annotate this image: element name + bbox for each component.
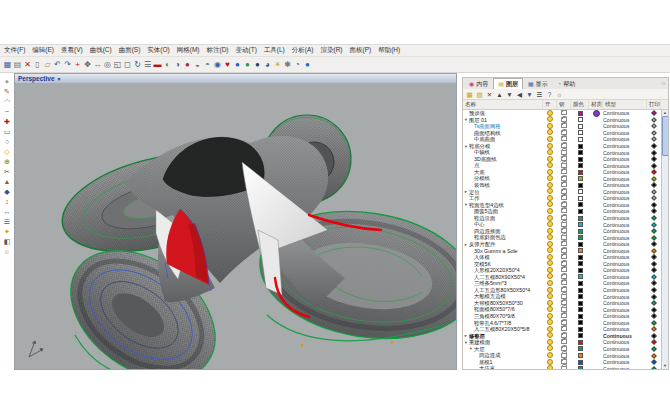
- layer-color-swatch[interactable]: [578, 216, 583, 221]
- layer-name[interactable]: 人二五模80X90X50*4: [474, 274, 543, 281]
- visibility-bulb-icon[interactable]: [547, 129, 553, 135]
- layer-name[interactable]: 反弹片配件: [469, 241, 543, 248]
- lock-icon[interactable]: [561, 182, 567, 187]
- linetype-value[interactable]: Continuous: [603, 261, 647, 267]
- redo-icon[interactable]: ↷: [63, 59, 72, 71]
- menu-item-1[interactable]: 编辑(E): [32, 46, 54, 55]
- print-color-diamond[interactable]: [651, 261, 657, 267]
- rect-icon[interactable]: ▭: [4, 127, 11, 136]
- print-color-diamond[interactable]: [651, 117, 657, 123]
- linetype-value[interactable]: Continuous: [603, 353, 647, 359]
- column-header-名称[interactable]: 名称: [463, 100, 543, 109]
- layer-name[interactable]: 曲面结构线: [474, 130, 543, 137]
- viewport-canvas[interactable]: [15, 83, 456, 369]
- linetype-value[interactable]: Continuous: [603, 359, 647, 365]
- menu-item-5[interactable]: 实体(O): [147, 46, 169, 55]
- scroll-down-icon[interactable]: ▼: [663, 363, 667, 369]
- match-layer-icon[interactable]: ◀: [516, 90, 523, 99]
- lamp-icon[interactable]: ☀: [273, 59, 282, 71]
- gear-icon[interactable]: ✱: [283, 59, 292, 71]
- visibility-bulb-icon[interactable]: [547, 143, 553, 149]
- linetype-value[interactable]: Continuous: [603, 339, 647, 345]
- layer-color-swatch[interactable]: [578, 327, 583, 332]
- layer-name[interactable]: 入二五模80X20X50*5/8: [474, 326, 543, 333]
- lock-icon[interactable]: [561, 110, 567, 115]
- print-color-diamond[interactable]: [651, 307, 657, 313]
- half-icon[interactable]: ◧: [4, 237, 11, 246]
- wireframe-sphere-icon[interactable]: ◐: [163, 59, 172, 71]
- layer-color-swatch[interactable]: [578, 281, 583, 286]
- polygon-icon[interactable]: ◇: [4, 147, 9, 156]
- layer-name[interactable]: 中心: [474, 221, 543, 228]
- linetype-value[interactable]: Continuous: [603, 176, 647, 182]
- layer-color-swatch[interactable]: [578, 130, 583, 135]
- lock-icon[interactable]: [561, 267, 567, 272]
- layer-row[interactable]: 大马克Continuous: [463, 365, 661, 369]
- menu-item-13[interactable]: 帮助(H): [378, 46, 400, 55]
- layer-color-swatch[interactable]: [578, 222, 583, 227]
- panel-tab-内容[interactable]: ◉内容: [464, 78, 493, 89]
- layer-color-swatch[interactable]: [578, 196, 583, 201]
- linetype-value[interactable]: Continuous: [603, 307, 647, 313]
- visibility-bulb-icon[interactable]: [547, 319, 553, 325]
- visibility-bulb-icon[interactable]: [547, 116, 553, 122]
- paste-icon[interactable]: ▱: [43, 59, 52, 71]
- chevron-down-icon[interactable]: ▼: [57, 76, 62, 82]
- linetype-value[interactable]: Continuous: [603, 228, 647, 234]
- layer-color-swatch[interactable]: [578, 288, 583, 293]
- copy-icon[interactable]: ▯: [33, 59, 42, 71]
- linetype-value[interactable]: Continuous: [603, 294, 647, 300]
- lock-icon[interactable]: [561, 136, 567, 141]
- print-color-diamond[interactable]: [651, 268, 657, 274]
- layer-name[interactable]: 重建模面: [469, 339, 543, 346]
- panel-tab-显示[interactable]: ▦显示: [523, 78, 553, 89]
- layer-color-swatch[interactable]: [578, 346, 583, 351]
- panel-tab-帮助[interactable]: ◔帮助: [553, 78, 581, 89]
- help-globe-icon[interactable]: ◔: [293, 59, 302, 71]
- lock-icon[interactable]: [561, 195, 567, 200]
- solid-icon[interactable]: ◆: [4, 187, 9, 196]
- print-color-diamond[interactable]: [651, 340, 657, 346]
- layer-color-swatch[interactable]: [578, 176, 583, 181]
- linetype-value[interactable]: Continuous: [603, 267, 647, 273]
- layer-name[interactable]: 底模1: [479, 359, 543, 366]
- linetype-value[interactable]: Continuous: [603, 182, 647, 188]
- print-color-diamond[interactable]: [651, 248, 657, 254]
- menu-item-12[interactable]: 面板(P): [350, 46, 372, 55]
- visibility-bulb-icon[interactable]: [547, 215, 553, 221]
- print-color-diamond[interactable]: [651, 176, 657, 182]
- layer-color-swatch[interactable]: [578, 163, 583, 168]
- visibility-bulb-icon[interactable]: [547, 247, 553, 253]
- move-down-icon[interactable]: ▼: [506, 90, 513, 99]
- lock-icon[interactable]: [561, 280, 567, 285]
- undo-icon[interactable]: ↶: [53, 59, 62, 71]
- linetype-value[interactable]: Continuous: [603, 130, 647, 136]
- print-color-diamond[interactable]: [651, 196, 657, 202]
- pencil-icon[interactable]: ✎: [4, 87, 10, 96]
- layer-name[interactable]: 鞋底斜面包边: [474, 234, 543, 241]
- layer-color-swatch[interactable]: [578, 314, 583, 319]
- visibility-bulb-icon[interactable]: [547, 169, 553, 175]
- lock-icon[interactable]: [561, 307, 567, 312]
- layer-name[interactable]: 鞋面模80X50*7/6: [474, 306, 543, 313]
- visibility-bulb-icon[interactable]: [547, 267, 553, 273]
- visibility-bulb-icon[interactable]: [547, 175, 553, 181]
- linetype-value[interactable]: Continuous: [603, 215, 647, 221]
- visibility-bulb-icon[interactable]: [547, 149, 553, 155]
- visibility-bulb-icon[interactable]: [547, 365, 553, 369]
- move-icon[interactable]: ✥: [83, 59, 92, 71]
- visibility-bulb-icon[interactable]: [547, 306, 553, 312]
- print-color-diamond[interactable]: [651, 143, 657, 149]
- print-color-diamond[interactable]: [651, 320, 657, 326]
- linetype-value[interactable]: Continuous: [603, 254, 647, 260]
- material-sphere-icon[interactable]: [593, 110, 600, 117]
- visibility-bulb-icon[interactable]: [547, 188, 553, 194]
- print-color-diamond[interactable]: [651, 222, 657, 228]
- layer-name[interactable]: 鞋带孔4.6/7*7/8: [474, 320, 543, 327]
- linetype-value[interactable]: Continuous: [603, 169, 647, 175]
- visibility-bulb-icon[interactable]: [547, 228, 553, 234]
- visibility-bulb-icon[interactable]: [547, 287, 553, 293]
- print-color-diamond[interactable]: [651, 209, 657, 215]
- linetype-value[interactable]: Continuous: [603, 150, 647, 156]
- panel-gear-icon[interactable]: ☼: [661, 80, 667, 86]
